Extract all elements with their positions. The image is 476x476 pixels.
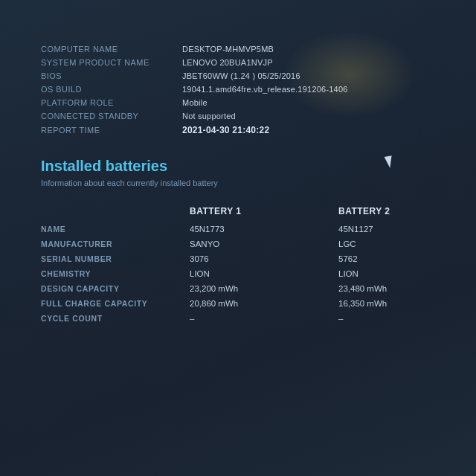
bat-row-label-6: CYCLE COUNT [41, 314, 190, 323]
bat-row-label-2: SERIAL NUMBER [41, 254, 190, 263]
bios-value: JBET60WW (1.24 ) 05/25/2016 [182, 71, 300, 80]
computer-name-label: COMPUTER NAME [41, 45, 182, 54]
connected-standby-value: Not supported [182, 112, 236, 120]
report-time-row: REPORT TIME 2021-04-30 21:40:22 [41, 125, 435, 135]
battery-data-row: CHEMISTRY LION LION [41, 269, 435, 278]
bat-row-label-5: FULL CHARGE CAPACITY [41, 299, 190, 308]
battery2-header: BATTERY 2 [338, 204, 435, 217]
bat-row-val2-1: LGC [338, 239, 356, 248]
bat-row-val1-4: 23,200 mWh [190, 284, 338, 293]
bat-row-val2-4: 23,480 mWh [338, 284, 387, 293]
bat-row-val1-0: 45N1773 [190, 225, 338, 234]
product-name-row: SYSTEM PRODUCT NAME LENOVO 20BUA1NVJP [41, 58, 435, 67]
bat-row-val1-1: SANYO [190, 239, 338, 248]
battery-data-row: MANUFACTURER SANYO LGC [41, 239, 435, 248]
bat-row-val1-5: 20,860 mWh [190, 299, 338, 308]
bat-row-val2-5: 16,350 mWh [338, 299, 387, 308]
bat-row-val2-3: LION [338, 269, 358, 278]
bat-row-label-1: MANUFACTURER [41, 239, 190, 248]
bat-row-val2-6: – [338, 314, 343, 323]
bat-row-label-3: CHEMISTRY [41, 269, 190, 278]
platform-role-value: Mobile [182, 98, 208, 107]
batteries-section-title: Installed batteries [41, 158, 435, 175]
battery-header-row: BATTERY 1 BATTERY 2 [41, 204, 435, 217]
computer-name-row: COMPUTER NAME DESKTOP-MHMVP5MB [41, 45, 435, 54]
bat-row-val2-2: 5762 [338, 254, 358, 263]
battery-data-row: SERIAL NUMBER 3076 5762 [41, 254, 435, 263]
system-info-section: COMPUTER NAME DESKTOP-MHMVP5MB SYSTEM PR… [41, 45, 435, 135]
product-name-label: SYSTEM PRODUCT NAME [41, 58, 182, 67]
report-time-label: REPORT TIME [41, 126, 182, 135]
battery-data-row: NAME 45N1773 45N1127 [41, 225, 435, 234]
os-build-row: OS BUILD 19041.1.amd64fre.vb_release.191… [41, 85, 435, 94]
batteries-section: Installed batteries Information about ea… [41, 158, 435, 323]
main-content: COMPUTER NAME DESKTOP-MHMVP5MB SYSTEM PR… [0, 0, 476, 351]
bat-row-val1-3: LION [190, 269, 338, 278]
computer-name-value: DESKTOP-MHMVP5MB [182, 45, 274, 54]
battery1-header: BATTERY 1 [190, 204, 338, 217]
bios-label: BIOS [41, 71, 182, 80]
os-build-label: OS BUILD [41, 85, 182, 94]
col-label-spacer [41, 204, 190, 217]
battery-data-row: CYCLE COUNT – – [41, 314, 435, 323]
battery-data-row: DESIGN CAPACITY 23,200 mWh 23,480 mWh [41, 284, 435, 293]
report-time-value: 2021-04-30 21:40:22 [182, 125, 269, 135]
bat-row-label-0: NAME [41, 225, 190, 234]
bios-row: BIOS JBET60WW (1.24 ) 05/25/2016 [41, 71, 435, 80]
platform-role-label: PLATFORM ROLE [41, 98, 182, 107]
battery-data-row: FULL CHARGE CAPACITY 20,860 mWh 16,350 m… [41, 299, 435, 308]
bat-row-val2-0: 45N1127 [338, 225, 373, 234]
battery-table: BATTERY 1 BATTERY 2 NAME 45N1773 45N1127… [41, 204, 435, 323]
connected-standby-row: CONNECTED STANDBY Not supported [41, 112, 435, 120]
screen: COMPUTER NAME DESKTOP-MHMVP5MB SYSTEM PR… [0, 0, 476, 476]
platform-role-row: PLATFORM ROLE Mobile [41, 98, 435, 107]
product-name-value: LENOVO 20BUA1NVJP [182, 58, 273, 67]
battery-rows-container: NAME 45N1773 45N1127 MANUFACTURER SANYO … [41, 225, 435, 323]
os-build-value: 19041.1.amd64fre.vb_release.191206-1406 [182, 85, 348, 94]
batteries-section-subtitle: Information about each currently install… [41, 178, 435, 187]
bat-row-val1-6: – [190, 314, 338, 323]
connected-standby-label: CONNECTED STANDBY [41, 112, 182, 120]
bat-row-label-4: DESIGN CAPACITY [41, 284, 190, 293]
bat-row-val1-2: 3076 [190, 254, 338, 263]
